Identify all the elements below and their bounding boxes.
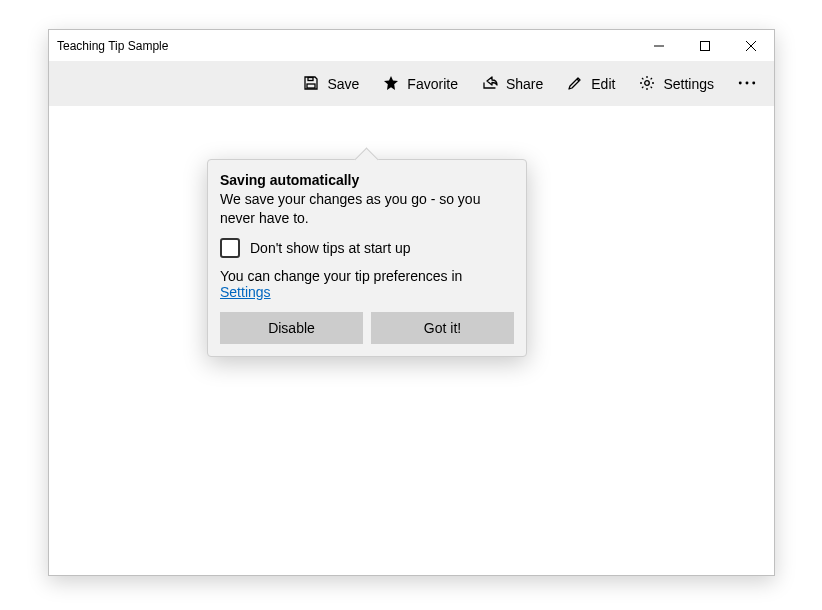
maximize-button[interactable] bbox=[682, 30, 728, 61]
tip-title: Saving automatically bbox=[220, 172, 514, 188]
pencil-icon bbox=[567, 75, 583, 94]
svg-rect-5 bbox=[308, 77, 313, 80]
tip-close-button[interactable]: Disable bbox=[220, 312, 363, 344]
more-icon bbox=[738, 74, 756, 95]
teaching-tip: Saving automatically We save your change… bbox=[207, 159, 527, 357]
save-label: Save bbox=[327, 76, 359, 92]
save-button[interactable]: Save bbox=[293, 69, 369, 100]
star-icon bbox=[383, 75, 399, 94]
tip-body: We save your changes as you go - so you … bbox=[220, 190, 514, 228]
favorite-label: Favorite bbox=[407, 76, 458, 92]
content-area: Saving automatically We save your change… bbox=[49, 106, 774, 575]
share-label: Share bbox=[506, 76, 543, 92]
close-button[interactable] bbox=[728, 30, 774, 61]
favorite-button[interactable]: Favorite bbox=[373, 69, 468, 100]
svg-rect-1 bbox=[701, 41, 710, 50]
edit-label: Edit bbox=[591, 76, 615, 92]
tip-checkbox-row[interactable]: Don't show tips at start up bbox=[220, 238, 514, 258]
tip-settings-link[interactable]: Settings bbox=[220, 284, 271, 300]
svg-point-10 bbox=[752, 81, 755, 84]
svg-point-7 bbox=[645, 80, 650, 85]
checkbox-icon[interactable] bbox=[220, 238, 240, 258]
settings-button[interactable]: Settings bbox=[629, 69, 724, 100]
save-icon bbox=[303, 75, 319, 94]
svg-point-9 bbox=[746, 81, 749, 84]
tip-checkbox-label: Don't show tips at start up bbox=[250, 240, 411, 256]
window-controls bbox=[636, 30, 774, 61]
share-icon bbox=[482, 75, 498, 94]
gear-icon bbox=[639, 75, 655, 94]
more-button[interactable] bbox=[728, 68, 766, 101]
share-button[interactable]: Share bbox=[472, 69, 553, 100]
svg-rect-4 bbox=[307, 84, 315, 88]
settings-label: Settings bbox=[663, 76, 714, 92]
edit-button[interactable]: Edit bbox=[557, 69, 625, 100]
tip-actions: Disable Got it! bbox=[220, 312, 514, 344]
window-title: Teaching Tip Sample bbox=[49, 39, 636, 53]
minimize-button[interactable] bbox=[636, 30, 682, 61]
toolbar: Save Favorite Share Edit Settings bbox=[49, 62, 774, 106]
tip-footer-prefix: You can change your tip preferences in bbox=[220, 268, 462, 284]
app-window: Teaching Tip Sample Save Favorite bbox=[48, 29, 775, 576]
svg-point-8 bbox=[739, 81, 742, 84]
tip-action-button[interactable]: Got it! bbox=[371, 312, 514, 344]
tip-footer: You can change your tip preferences in S… bbox=[220, 268, 514, 300]
titlebar: Teaching Tip Sample bbox=[49, 30, 774, 62]
